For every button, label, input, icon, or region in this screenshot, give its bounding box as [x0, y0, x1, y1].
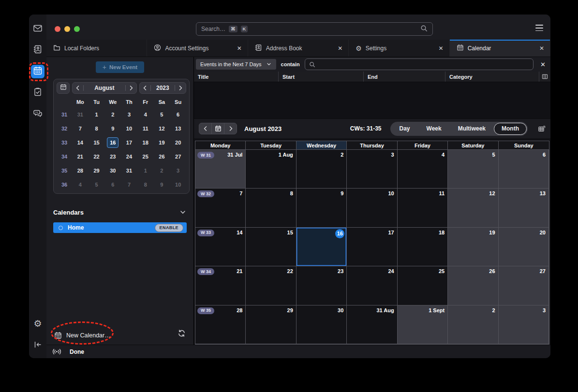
day-cell[interactable]: 17 — [347, 228, 397, 266]
calendars-section-header[interactable]: Calendars — [53, 208, 187, 216]
zoom-window-button[interactable] — [74, 26, 80, 32]
day-cell[interactable]: 6 — [499, 150, 549, 189]
day-cell[interactable]: 3 — [499, 305, 549, 344]
close-tab-icon[interactable]: ✕ — [439, 45, 444, 52]
mini-day-cell[interactable]: 20 — [170, 135, 186, 149]
mini-day-cell[interactable]: 17 — [121, 135, 137, 149]
tab-calendar[interactable]: Calendar ✕ — [450, 40, 550, 57]
mini-day-cell[interactable]: 24 — [121, 149, 137, 163]
next-month-button[interactable] — [126, 85, 136, 91]
event-list-empty[interactable] — [194, 82, 550, 118]
tasks-space-button[interactable] — [31, 86, 44, 100]
next-year-button[interactable] — [175, 85, 186, 91]
column-header-start[interactable]: Start — [279, 72, 364, 82]
mini-day-cell[interactable]: 18 — [137, 135, 154, 149]
mini-day-cell[interactable]: 16 — [104, 135, 121, 149]
day-cell[interactable]: 13 — [499, 189, 549, 227]
synchronize-button[interactable] — [178, 329, 186, 339]
day-cell[interactable]: 29 — [246, 305, 296, 344]
view-tab-week[interactable]: Week — [418, 122, 450, 136]
day-cell[interactable]: 2 — [448, 305, 498, 344]
day-cell[interactable]: 1 Aug — [246, 150, 296, 189]
day-cell[interactable]: 31 Aug — [347, 305, 397, 344]
view-tab-month[interactable]: Month — [494, 123, 527, 135]
day-cell[interactable]: 22 — [246, 266, 296, 305]
mini-day-cell[interactable]: 10 — [121, 121, 137, 135]
day-cell[interactable]: 30 — [296, 305, 347, 344]
app-menu-button[interactable] — [535, 25, 543, 31]
day-cell[interactable]: W 3528 — [195, 305, 246, 344]
mini-day-cell[interactable]: 5 — [89, 177, 105, 191]
day-cell[interactable]: 18 — [398, 228, 448, 266]
tab-settings[interactable]: ⚙ Settings ✕ — [349, 40, 449, 57]
mini-calendar-today-button[interactable] — [57, 82, 70, 94]
mini-day-cell[interactable]: 14 — [72, 135, 89, 149]
mini-day-cell[interactable]: 4 — [137, 107, 154, 121]
mini-day-cell[interactable]: 23 — [104, 149, 121, 163]
mini-day-cell[interactable]: 30 — [104, 163, 121, 177]
new-event-button[interactable]: + New Event — [96, 61, 144, 73]
mail-space-button[interactable] — [31, 22, 44, 36]
mini-day-cell[interactable]: 11 — [137, 121, 154, 135]
mini-day-cell[interactable]: 22 — [89, 149, 105, 163]
day-cell[interactable]: 3 — [347, 150, 397, 189]
mini-day-cell[interactable]: 1 — [137, 163, 154, 177]
day-cell[interactable]: 19 — [448, 228, 498, 266]
column-header-title[interactable]: Title — [194, 72, 279, 82]
mini-day-cell[interactable]: 15 — [89, 135, 105, 149]
event-filter-search-input[interactable] — [305, 58, 534, 70]
event-filter-dropdown[interactable]: Events in the Next 7 Days — [196, 59, 276, 70]
go-to-today-button[interactable] — [211, 123, 224, 134]
mini-day-cell[interactable]: 9 — [104, 121, 121, 135]
day-cell[interactable]: 5 — [448, 150, 498, 189]
mini-day-cell[interactable]: 3 — [170, 163, 186, 177]
day-cell[interactable]: 9 — [296, 189, 347, 227]
mini-day-cell[interactable]: 27 — [170, 149, 186, 163]
close-tab-icon[interactable]: ✕ — [539, 45, 544, 52]
mini-day-cell[interactable]: 31 — [72, 107, 89, 121]
mini-day-cell[interactable]: 8 — [89, 121, 105, 135]
column-header-end[interactable]: End — [364, 72, 445, 82]
day-cell[interactable]: 20 — [499, 228, 549, 266]
mini-day-cell[interactable]: 6 — [104, 177, 121, 191]
mini-day-cell[interactable]: 13 — [170, 121, 186, 135]
tab-address-book[interactable]: Address Book ✕ — [248, 40, 349, 57]
day-cell[interactable]: 2 — [296, 150, 347, 189]
day-cell[interactable]: 25 — [398, 266, 448, 305]
next-period-button[interactable] — [224, 123, 237, 134]
address-book-space-button[interactable] — [31, 44, 44, 57]
tab-account-settings[interactable]: Account Settings ✕ — [147, 40, 248, 57]
mini-day-cell[interactable]: 25 — [137, 149, 154, 163]
collapse-spaces-button[interactable] — [31, 339, 44, 352]
close-window-button[interactable] — [55, 26, 60, 32]
rotate-view-button[interactable] — [537, 125, 546, 133]
spaces-settings-button[interactable]: ⚙ — [31, 317, 44, 330]
mini-day-cell[interactable]: 5 — [154, 107, 170, 121]
previous-month-button[interactable] — [73, 85, 83, 91]
day-cell[interactable]: 12 — [448, 189, 498, 227]
day-cell[interactable]: 15 — [246, 228, 296, 266]
day-cell[interactable]: 24 — [347, 266, 397, 305]
chat-space-button[interactable] — [31, 107, 44, 121]
close-tab-icon[interactable]: ✕ — [338, 45, 342, 52]
mini-day-cell[interactable]: 29 — [89, 163, 105, 177]
previous-period-button[interactable] — [199, 123, 212, 134]
mini-day-cell[interactable]: 3 — [121, 107, 137, 121]
day-cell[interactable]: 8 — [246, 189, 296, 227]
day-cell[interactable]: W 327 — [195, 189, 246, 227]
mini-day-cell[interactable]: 2 — [104, 107, 121, 121]
mini-day-cell[interactable]: 9 — [154, 177, 170, 191]
column-header-category[interactable]: Category — [445, 72, 539, 82]
previous-year-button[interactable] — [140, 85, 150, 91]
day-cell[interactable]: W 3421 — [195, 266, 246, 305]
enable-badge[interactable]: ENABLE — [155, 224, 183, 232]
global-search-input[interactable]: Search… ⌘ K — [196, 22, 433, 36]
minimize-window-button[interactable] — [64, 26, 70, 32]
tab-local-folders[interactable]: Local Folders — [46, 40, 147, 57]
mini-day-cell[interactable]: 8 — [137, 177, 154, 191]
mini-day-cell[interactable]: 7 — [72, 121, 89, 135]
mini-day-cell[interactable]: 2 — [154, 163, 170, 177]
mini-day-cell[interactable]: 7 — [121, 177, 137, 191]
close-filter-icon[interactable]: ✕ — [538, 61, 548, 68]
day-cell[interactable]: 4 — [398, 150, 448, 189]
